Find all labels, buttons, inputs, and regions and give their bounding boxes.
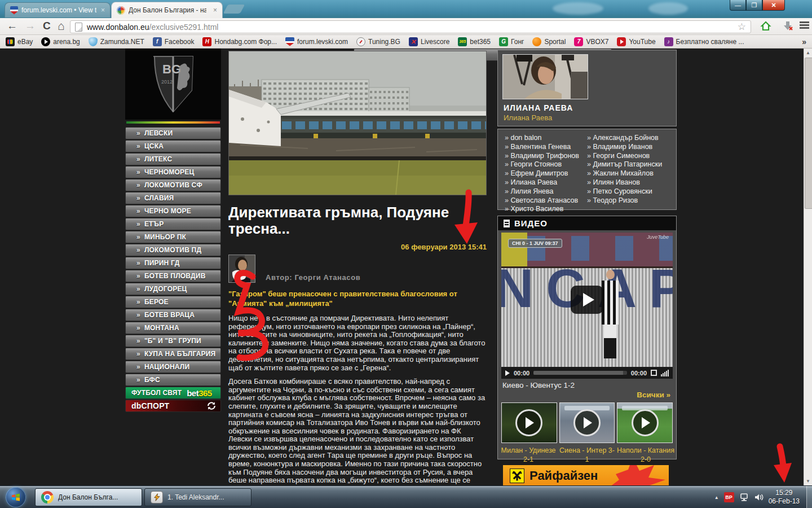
forward-icon[interactable]: → — [25, 19, 36, 33]
bookmark-facebook[interactable]: fFacebook — [153, 37, 195, 46]
name-link[interactable]: Владимир Иванов — [587, 143, 662, 152]
name-link[interactable]: Димитър Патарински — [587, 160, 662, 169]
tab-forum-levski[interactable]: forum.levski.com • View t × — [5, 2, 111, 17]
sidebar-item[interactable]: ЛУДОГОРЕЦ — [125, 283, 221, 295]
person-name[interactable]: ИЛИАНА РАЕВА — [504, 103, 573, 112]
sidebar-item[interactable]: МОНТАНА — [125, 322, 221, 334]
sidebar-item[interactable]: БЕРОЕ — [125, 296, 221, 308]
site-logo[interactable]: BG 2012 — [125, 49, 221, 120]
sidebar-item[interactable]: ЛОКОМОТИВ СФ — [125, 179, 221, 191]
bookmark-vbox7[interactable]: 7VBOX7 — [574, 37, 608, 46]
name-link[interactable]: Георги Стоянов — [505, 160, 579, 169]
bookmark-hondabg[interactable]: HHondabg.com Фор... — [202, 37, 277, 46]
all-videos-link[interactable]: Всички » — [504, 391, 670, 399]
address-bar[interactable]: www.donbalon.eu/exclusive5291.html ☆ — [70, 20, 751, 33]
sidebar-item[interactable]: ЦСКА — [125, 140, 221, 152]
scroll-thumb[interactable] — [805, 58, 812, 209]
taskbar-button-winamp[interactable]: 1. Tedi Aleksandr... — [144, 488, 251, 506]
sidebar-item[interactable]: ЛИТЕКС — [125, 153, 221, 165]
sidebar-item[interactable]: БФС — [125, 374, 221, 386]
tray-expand-icon[interactable]: ▲ — [714, 495, 719, 500]
name-link[interactable]: Жаклин Михайлов — [587, 169, 662, 178]
name-link[interactable]: Илиян Иванов — [587, 178, 662, 187]
tab-donbalon[interactable]: Дон Балон България - на × — [111, 2, 223, 18]
raiffeisen-ad-banner[interactable]: Райфайзен — [503, 465, 669, 485]
person-name-link[interactable]: Илиана Раева — [504, 113, 552, 122]
name-link[interactable]: Христо Василев — [505, 205, 579, 214]
sidebar-item[interactable]: МИНЬОР ПК — [125, 231, 221, 243]
sidebar-item[interactable]: ПИРИН ГД — [125, 257, 221, 269]
sidebar-item[interactable]: ЧЕРНОМОРЕЦ — [125, 166, 221, 178]
sidebar-item[interactable]: "Б" И "В" ГРУПИ — [125, 335, 221, 347]
volume-icon[interactable] — [661, 370, 669, 376]
back-icon[interactable]: ← — [7, 19, 17, 33]
scroll-down-arrow[interactable]: ▼ — [804, 477, 812, 485]
tray-clock[interactable]: 15:29 06-Feb-13 — [769, 489, 800, 506]
video-caption[interactable]: Киево - Ювентус 1-2 — [502, 381, 672, 389]
sidebar-item[interactable]: ЧЕРНО МОРЕ — [125, 205, 221, 217]
name-link[interactable]: Георги Симеонов — [587, 152, 662, 161]
thumb-caption[interactable]: Наполи - Катания 2-0 — [616, 446, 675, 464]
bp-tray-icon[interactable]: BP — [724, 492, 734, 502]
sidebar-item[interactable]: БОТЕВ ВРАЦА — [125, 309, 221, 321]
video-thumb[interactable] — [501, 402, 557, 443]
bookmark-ebay[interactable]: eBay — [6, 37, 33, 46]
play-button[interactable] — [571, 286, 603, 314]
sidebar-item-dbsport[interactable]: dbСПОРТ — [125, 400, 221, 412]
download-icon[interactable] — [782, 20, 794, 32]
sidebar-item[interactable]: ЕТЪР — [125, 218, 221, 230]
bookmark-livescore[interactable]: ✕Livescore — [409, 37, 449, 46]
green-home-icon[interactable] — [760, 20, 771, 32]
bookmark-zamunda[interactable]: Zamunda.NET — [89, 37, 144, 46]
name-link[interactable]: Лилия Янева — [505, 187, 579, 196]
show-desktop-button[interactable] — [806, 486, 812, 508]
start-button[interactable] — [6, 487, 26, 507]
sidebar-item[interactable]: ЛОКОМОТИВ ПД — [125, 244, 221, 256]
reload-icon[interactable]: C — [43, 19, 51, 33]
name-link[interactable]: Илиана Раева — [505, 178, 579, 187]
bookmark-tuning[interactable]: Tuning.BG — [356, 37, 400, 46]
video-thumb[interactable] — [559, 402, 615, 443]
seek-bar[interactable] — [533, 371, 627, 375]
sidebar-item-futbol-svqt-bet365[interactable]: ФУТБОЛ СВЯТ bet365 — [125, 387, 221, 399]
speaker-icon[interactable] — [754, 493, 764, 502]
page-scrollbar[interactable]: ▲ ▼ — [804, 49, 812, 485]
close-button[interactable]: ✕ — [762, 0, 785, 11]
name-link[interactable]: Александър Бойнов — [587, 134, 662, 143]
video-thumb[interactable] — [617, 402, 673, 443]
tab-close-icon[interactable]: × — [101, 7, 105, 14]
bookmark-music[interactable]: ♪Безплатно сваляне ... — [664, 37, 744, 46]
name-link[interactable]: Ефрем Димитров — [505, 169, 579, 178]
menu-icon[interactable] — [800, 21, 809, 29]
bookmark-forum-levski[interactable]: forum.levski.com — [285, 37, 348, 46]
bookmark-youtube[interactable]: YouTube — [617, 37, 655, 46]
bookmark-sportal[interactable]: Sportal — [532, 37, 566, 46]
maximize-button[interactable]: ❐ — [746, 0, 762, 11]
thumb-caption[interactable]: Милан - Удинезе 2-1 — [499, 446, 558, 464]
sidebar-item[interactable]: ЛЕВСКИ — [125, 127, 221, 139]
name-link[interactable]: Владимир Трифонов — [505, 152, 579, 161]
bookmark-star-icon[interactable]: ☆ — [738, 21, 746, 33]
bookmark-bet365[interactable]: 365bet365 — [458, 37, 491, 46]
sidebar-item[interactable]: КУПА НА БЪЛГАРИЯ — [125, 348, 221, 360]
home-icon[interactable]: ⌂ — [58, 19, 65, 33]
sidebar-item[interactable]: СЛАВИЯ — [125, 192, 221, 204]
bookmarks-overflow-chevron[interactable]: » — [802, 37, 806, 46]
player-play-icon[interactable] — [505, 370, 510, 376]
video-player[interactable]: NCAP CHI 0 - 1 JUV 09:37 JuveTube — [501, 233, 673, 367]
bookmark-arena[interactable]: arena.bg — [41, 37, 80, 46]
taskbar-button-chrome[interactable]: Дон Балон Бълга... — [35, 488, 142, 506]
name-link[interactable]: don balon — [505, 134, 579, 143]
sidebar-item[interactable]: НАЦИОНАЛИ — [125, 361, 221, 373]
bookmark-gong[interactable]: GГонг — [499, 37, 524, 46]
name-link[interactable]: Теодор Ризов — [587, 196, 662, 205]
scroll-up-arrow[interactable]: ▲ — [804, 49, 812, 57]
new-tab-button[interactable] — [223, 5, 245, 14]
person-photo[interactable] — [502, 54, 588, 99]
tab-close-icon[interactable]: × — [213, 7, 217, 14]
name-link[interactable]: Светослав Атанасов — [505, 196, 579, 205]
network-icon[interactable] — [739, 493, 749, 502]
minimize-button[interactable]: — — [730, 0, 746, 11]
fullscreen-icon[interactable] — [651, 370, 657, 376]
name-link[interactable]: Валентина Генева — [505, 143, 579, 152]
